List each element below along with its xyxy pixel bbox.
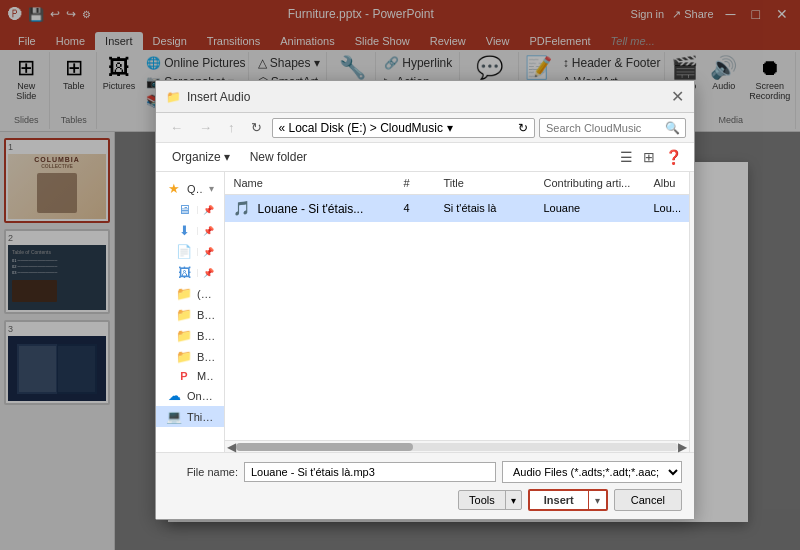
view-details-btn[interactable]: ⊞ <box>639 147 659 167</box>
file-album: Lou... <box>645 200 689 216</box>
quick-access-icon: ★ <box>166 181 182 196</box>
thispc-label: This PC <box>187 411 214 423</box>
search-bar[interactable]: 🔍 <box>539 118 686 138</box>
nav-documents[interactable]: 📄 Documents 📌 <box>156 241 224 262</box>
desktop-pin-icon: 📌 <box>203 205 214 215</box>
batch3-icon: 📁 <box>176 328 192 343</box>
nav-batch3[interactable]: 📁 Batch 3 <box>156 325 224 346</box>
pictures-label: Pictures <box>197 267 198 279</box>
batch2-label: Batch 2 <box>197 309 214 321</box>
scroll-left-btn[interactable]: ◀ <box>227 440 236 454</box>
file-name-text: Louane - Si t'étais... <box>258 202 364 216</box>
filename-input[interactable] <box>244 462 496 482</box>
search-input[interactable] <box>540 120 660 136</box>
file-list-area: Name # Title Contributing arti... Albu 🎵… <box>225 172 689 452</box>
file-content: ★ Quick access ▾ 🖥 Desktop 📌 ⬇ Downloads… <box>156 172 694 452</box>
nav-ms-powerpoint[interactable]: P Microsoft Powe... <box>156 367 224 385</box>
h-scrollbar-thumb <box>236 443 413 451</box>
organize-btn[interactable]: Organize ▾ <box>164 148 238 166</box>
refresh-btn[interactable]: ↻ <box>245 117 268 138</box>
file-nav: ★ Quick access ▾ 🖥 Desktop 📌 ⬇ Downloads… <box>156 172 225 452</box>
batch4-icon: 📁 <box>176 349 192 364</box>
batch-revise-label: (revise) Batch... <box>197 288 214 300</box>
file-actions: Tools ▾ Insert ▾ Cancel <box>168 489 682 511</box>
file-artist: Louane <box>535 200 645 216</box>
col-num-header[interactable]: # <box>395 175 435 191</box>
onedrive-label: OneDrive <box>187 390 214 402</box>
batch-revise-icon: 📁 <box>176 286 192 301</box>
tools-arrow-icon: ▾ <box>506 492 521 509</box>
modal-title: 📁 Insert Audio <box>166 90 250 104</box>
nav-onedrive[interactable]: ☁ OneDrive <box>156 385 224 406</box>
batch2-icon: 📁 <box>176 307 192 322</box>
address-refresh-icon[interactable]: ↻ <box>518 121 528 135</box>
nav-this-pc[interactable]: 💻 This PC <box>156 406 224 427</box>
new-folder-btn[interactable]: New folder <box>242 148 315 166</box>
col-artist-header[interactable]: Contributing arti... <box>535 175 645 191</box>
desktop-icon: 🖥 <box>176 202 192 217</box>
nav-batch-revise[interactable]: 📁 (revise) Batch... <box>156 283 224 304</box>
modal-titlebar: 📁 Insert Audio ✕ <box>156 81 694 113</box>
view-buttons: ☰ ⊞ ❓ <box>616 147 686 167</box>
filename-row: File name: Audio Files (*.adts;*.adt;*.a… <box>168 461 682 483</box>
up-btn[interactable]: ↑ <box>222 117 241 138</box>
file-bottom: File name: Audio Files (*.adts;*.adt;*.a… <box>156 452 694 519</box>
col-name-header[interactable]: Name <box>225 175 395 191</box>
v-scroll-indicator <box>689 172 694 452</box>
insert-label: Insert <box>530 491 589 509</box>
file-list-header: Name # Title Contributing arti... Albu <box>225 172 689 195</box>
file-name: 🎵 Louane - Si t'étais... <box>225 198 395 218</box>
downloads-label: Downloads <box>197 225 198 237</box>
file-item-louane[interactable]: 🎵 Louane - Si t'étais... 4 Si t'étais là… <box>225 195 689 222</box>
address-bar[interactable]: « Local Disk (E:) > CloudMusic ▾ ↻ <box>272 118 536 138</box>
modal-overlay: 📁 Insert Audio ✕ ← → ↑ ↻ « Local Disk (E… <box>0 0 800 550</box>
view-list-btn[interactable]: ☰ <box>616 147 637 167</box>
view-help-btn[interactable]: ❓ <box>661 147 686 167</box>
modal-icon: 📁 <box>166 90 181 104</box>
pictures-pin-icon: 📌 <box>203 268 214 278</box>
filetype-select[interactable]: Audio Files (*.adts;*.adt;*.aac;*... <box>502 461 682 483</box>
ms-powerpoint-icon: P <box>176 370 192 382</box>
nav-batch2[interactable]: 📁 Batch 2 <box>156 304 224 325</box>
file-num: 4 <box>395 200 435 216</box>
address-path: « Local Disk (E:) > CloudMusic <box>279 121 443 135</box>
desktop-label: Desktop <box>197 204 198 216</box>
h-scroll-area: ◀ ▶ <box>225 440 689 452</box>
nav-batch4[interactable]: 📁 Batch 4 <box>156 346 224 367</box>
modal-title-text: Insert Audio <box>187 90 250 104</box>
nav-desktop[interactable]: 🖥 Desktop 📌 <box>156 199 224 220</box>
h-scrollbar[interactable] <box>236 443 678 451</box>
cancel-btn[interactable]: Cancel <box>614 489 682 511</box>
documents-label: Documents <box>197 246 198 258</box>
organize-label: Organize <box>172 150 221 164</box>
nav-quick-access[interactable]: ★ Quick access ▾ <box>156 178 224 199</box>
file-address-toolbar: ← → ↑ ↻ « Local Disk (E:) > CloudMusic ▾… <box>156 113 694 143</box>
nav-pictures[interactable]: 🖼 Pictures 📌 <box>156 262 224 283</box>
organize-arrow: ▾ <box>224 150 230 164</box>
file-title: Si t'étais là <box>435 200 535 216</box>
modal-close-btn[interactable]: ✕ <box>671 87 684 106</box>
scroll-right-btn[interactable]: ▶ <box>678 440 687 454</box>
new-folder-label: New folder <box>250 150 307 164</box>
onedrive-icon: ☁ <box>166 388 182 403</box>
organize-bar: Organize ▾ New folder ☰ ⊞ ❓ <box>156 143 694 172</box>
downloads-icon: ⬇ <box>176 223 192 238</box>
back-btn[interactable]: ← <box>164 117 189 138</box>
quick-access-arrow: ▾ <box>209 183 214 194</box>
pictures-icon: 🖼 <box>176 265 192 280</box>
filename-label: File name: <box>168 466 238 478</box>
search-btn[interactable]: 🔍 <box>660 119 685 137</box>
col-title-header[interactable]: Title <box>435 175 535 191</box>
documents-pin-icon: 📌 <box>203 247 214 257</box>
nav-downloads[interactable]: ⬇ Downloads 📌 <box>156 220 224 241</box>
tools-label: Tools <box>459 491 506 509</box>
quick-access-label: Quick access <box>187 183 204 195</box>
address-dropdown-icon[interactable]: ▾ <box>447 121 453 135</box>
downloads-pin-icon: 📌 <box>203 226 214 236</box>
ms-powerpoint-label: Microsoft Powe... <box>197 370 214 382</box>
insert-btn[interactable]: Insert ▾ <box>528 489 608 511</box>
tools-btn[interactable]: Tools ▾ <box>458 490 522 510</box>
forward-btn[interactable]: → <box>193 117 218 138</box>
col-album-header[interactable]: Albu <box>645 175 689 191</box>
file-list: 🎵 Louane - Si t'étais... 4 Si t'étais là… <box>225 195 689 440</box>
